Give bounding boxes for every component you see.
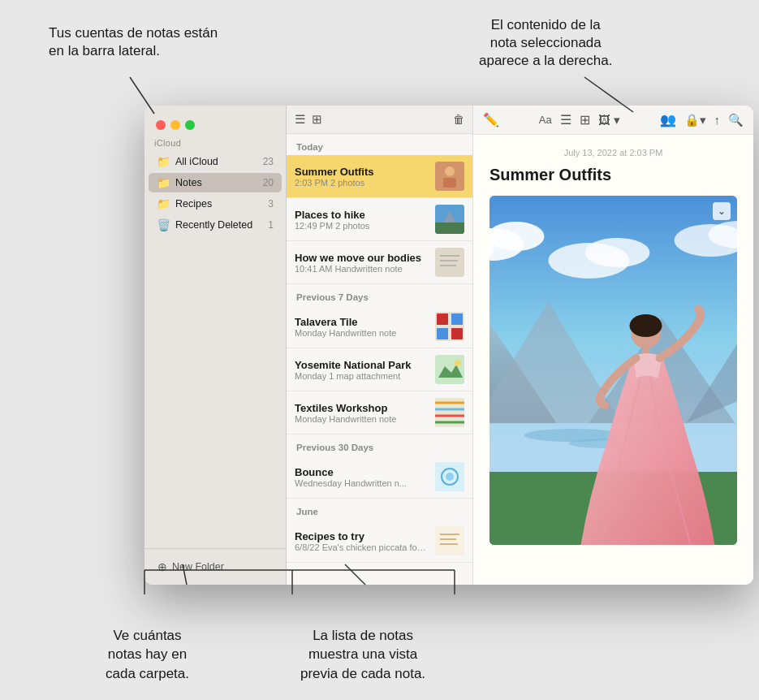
svg-point-39 — [585, 238, 650, 267]
collaborate-icon[interactable]: 👥 — [660, 112, 676, 127]
svg-rect-18 — [451, 328, 463, 339]
note-title-hike: Places to hike — [295, 209, 429, 221]
svg-point-36 — [489, 222, 545, 251]
folder-icon-notes: 📁 — [157, 176, 170, 189]
list-view-icon[interactable]: ☰ — [295, 112, 305, 127]
note-text-hike: Places to hike 12:49 PM 2 photos — [295, 209, 429, 231]
trash-icon-sidebar: 🗑️ — [157, 218, 170, 231]
new-folder-button[interactable]: ⊕ New Folder — [153, 557, 278, 577]
svg-rect-19 — [435, 355, 464, 384]
note-meta-talavera: Monday Handwritten note — [295, 328, 429, 338]
detail-image: ⌄ — [489, 196, 737, 545]
note-thumb-yosemite — [435, 355, 464, 384]
svg-rect-8 — [435, 223, 464, 234]
annotation-bottom-right: La lista de notasmuestra una vistaprevia… — [300, 626, 425, 684]
note-meta-summer: 2:03 PM 2 photos — [295, 178, 429, 188]
sidebar-bottom: ⊕ New Folder — [144, 548, 286, 585]
svg-rect-10 — [435, 248, 464, 277]
notes-list-toolbar: ☰ ⊞ 🗑 — [287, 106, 472, 134]
note-thumb-hike — [435, 205, 464, 234]
lock-icon[interactable]: 🔒▾ — [684, 113, 706, 127]
sidebar-item-notes[interactable]: 📁 Notes 20 — [149, 173, 282, 192]
expand-image-button[interactable]: ⌄ — [713, 202, 731, 220]
folder-icon-recipes: 📁 — [157, 197, 170, 210]
detail-title: Summer Outfits — [489, 166, 737, 184]
svg-rect-6 — [443, 178, 456, 188]
sidebar-item-name-recipes: Recipes — [175, 198, 263, 210]
note-thumb-bodies — [435, 248, 464, 277]
sidebar-count-all: 23 — [263, 156, 274, 167]
section-header-prev7: Previous 7 Days — [287, 284, 472, 305]
note-title-summer: Summer Outfits — [295, 166, 429, 178]
note-thumb-recipes — [435, 526, 464, 555]
note-title-yosemite: Yosemite National Park — [295, 359, 429, 371]
note-thumb-bounce — [435, 462, 464, 491]
sidebar: iCloud 📁 All iCloud 23 📁 Notes 20 📁 Reci… — [144, 106, 287, 585]
folder-icon-all: 📁 — [157, 155, 170, 168]
photo-svg — [489, 196, 737, 545]
note-meta-yosemite: Monday 1 map attachment — [295, 371, 429, 381]
annotation-top-right: El contenido de lanota seleccionadaapare… — [479, 16, 612, 70]
note-thumb-summer — [435, 162, 464, 191]
note-text-recipes: Recipes to try 6/8/22 Eva's chicken picc… — [295, 530, 429, 552]
sidebar-item-recipes[interactable]: 📁 Recipes 3 — [149, 194, 282, 214]
note-text-yosemite: Yosemite National Park Monday 1 map atta… — [295, 359, 429, 381]
note-title-textiles: Textiles Workshop — [295, 402, 429, 414]
sidebar-count-deleted: 1 — [268, 219, 274, 231]
note-item-talavera[interactable]: Talavera Tile Monday Handwritten note — [287, 305, 472, 348]
sidebar-item-all-icloud[interactable]: 📁 All iCloud 23 — [149, 152, 282, 171]
note-text-summer: Summer Outfits 2:03 PM 2 photos — [295, 166, 429, 188]
app-window: iCloud 📁 All iCloud 23 📁 Notes 20 📁 Reci… — [144, 106, 753, 585]
detail-toolbar: ✏️ Aa ☰ ⊞ 🖼 ▾ 👥 🔒▾ ↑ 🔍 — [473, 106, 753, 135]
note-title-recipes: Recipes to try — [295, 530, 429, 542]
section-header-today: Today — [287, 134, 472, 155]
maximize-button[interactable] — [185, 120, 195, 130]
note-meta-textiles: Monday Handwritten note — [295, 414, 429, 424]
share-icon[interactable]: ↑ — [714, 113, 721, 127]
annotation-bottom-left: Ve cuántasnotas hay encada carpeta. — [106, 626, 189, 684]
table-icon[interactable]: ⊞ — [580, 112, 590, 127]
note-item-recipes[interactable]: Recipes to try 6/8/22 Eva's chicken picc… — [287, 520, 472, 563]
note-item-places-hike[interactable]: Places to hike 12:49 PM 2 photos — [287, 198, 472, 241]
checklist-icon[interactable]: ☰ — [560, 112, 571, 127]
svg-point-21 — [455, 360, 461, 366]
note-text-textiles: Textiles Workshop Monday Handwritten not… — [295, 402, 429, 424]
svg-rect-17 — [437, 328, 448, 339]
annotation-top-left: Tus cuentas de notas están en la barra l… — [49, 24, 235, 60]
note-item-textiles[interactable]: Textiles Workshop Monday Handwritten not… — [287, 391, 472, 434]
grid-view-icon[interactable]: ⊞ — [312, 112, 322, 127]
traffic-lights — [156, 120, 195, 130]
note-item-how-we-move[interactable]: How we move our bodies 10:41 AM Handwrit… — [287, 241, 472, 284]
note-thumb-talavera — [435, 312, 464, 341]
note-text-bounce: Bounce Wednesday Handwritten n... — [295, 466, 429, 488]
note-meta-hike: 12:49 PM 2 photos — [295, 221, 429, 231]
note-item-bounce[interactable]: Bounce Wednesday Handwritten n... — [287, 456, 472, 499]
sidebar-item-recently-deleted[interactable]: 🗑️ Recently Deleted 1 — [149, 215, 282, 235]
note-detail: ✏️ Aa ☰ ⊞ 🖼 ▾ 👥 🔒▾ ↑ 🔍 July 13, 2022 at … — [473, 106, 753, 585]
note-item-yosemite[interactable]: Yosemite National Park Monday 1 map atta… — [287, 348, 472, 391]
sidebar-count-recipes: 3 — [268, 198, 274, 210]
delete-icon[interactable]: 🗑 — [453, 113, 464, 126]
image-icon[interactable]: 🖼 ▾ — [598, 113, 620, 127]
sidebar-item-name-deleted: Recently Deleted — [175, 219, 263, 231]
search-icon[interactable]: 🔍 — [728, 113, 744, 127]
note-text-talavera: Talavera Tile Monday Handwritten note — [295, 316, 429, 338]
sidebar-count-notes: 20 — [263, 177, 274, 188]
note-item-summer-outfits[interactable]: Summer Outfits 2:03 PM 2 photos — [287, 155, 472, 198]
new-folder-label: New Folder — [172, 561, 224, 573]
svg-point-51 — [630, 314, 662, 337]
note-meta-bounce: Wednesday Handwritten n... — [295, 478, 429, 488]
plus-icon: ⊕ — [157, 560, 167, 573]
svg-point-29 — [446, 473, 454, 481]
svg-rect-30 — [435, 526, 464, 555]
note-title-talavera: Talavera Tile — [295, 316, 429, 328]
svg-rect-16 — [451, 313, 463, 325]
detail-content: July 13, 2022 at 2:03 PM Summer Outfits — [473, 135, 753, 585]
section-header-june: June — [287, 499, 472, 520]
text-format-icon[interactable]: Aa — [539, 114, 552, 126]
close-button[interactable] — [156, 120, 166, 130]
section-header-prev30: Previous 30 Days — [287, 434, 472, 456]
minimize-button[interactable] — [170, 120, 180, 130]
edit-icon[interactable]: ✏️ — [483, 112, 499, 127]
note-text-bodies: How we move our bodies 10:41 AM Handwrit… — [295, 252, 429, 274]
